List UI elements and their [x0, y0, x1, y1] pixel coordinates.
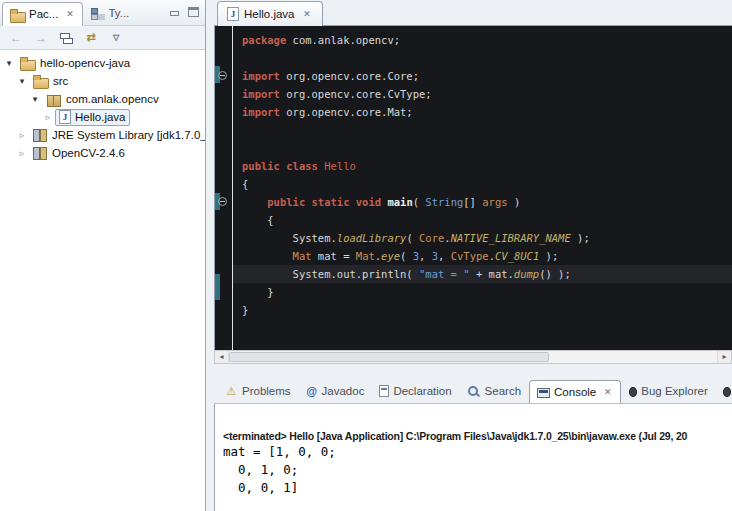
bottom-view-tab-javadoc[interactable]: Javadoc	[299, 379, 372, 403]
code-text	[233, 139, 732, 157]
eclipse-window: { "colors": { "editor_background": "#171…	[0, 0, 732, 511]
expand-arrow-icon[interactable]	[15, 126, 29, 144]
code-text: import org.opencv.core.Core;	[233, 67, 732, 85]
editor-tab-hello-java[interactable]: Hello.java	[217, 1, 323, 26]
java-file-icon	[59, 110, 71, 124]
tree-item-hello-opencv-java[interactable]: hello-opencv-java	[0, 54, 205, 72]
code-text: Mat mat = Mat.eye( 3, 3, CvType.CV_8UC1 …	[233, 247, 732, 265]
problems-icon	[225, 385, 238, 398]
code-text: import org.opencv.core.Mat;	[233, 103, 732, 121]
editor-gutter-cell	[215, 31, 233, 49]
tree-item-src[interactable]: src	[0, 72, 205, 90]
code-text: public static void main( String[] args )	[233, 193, 732, 211]
collapse-arrow-icon[interactable]	[28, 90, 42, 108]
tree-item-label: OpenCV-2.4.6	[52, 147, 125, 159]
close-icon[interactable]	[302, 9, 313, 20]
tree-item-content: com.anlak.opencv	[42, 91, 163, 108]
bottom-view-tab-bug-explorer[interactable]: Bug Explorer	[622, 379, 714, 403]
code-line-6	[215, 121, 732, 139]
tree-item-opencv-2-4-6[interactable]: OpenCV-2.4.6	[0, 144, 205, 162]
bug-icon	[629, 387, 637, 397]
fold-collapse-icon[interactable]	[218, 197, 227, 206]
code-line-15: }	[215, 283, 732, 301]
tab-label: Declaration	[393, 385, 451, 397]
tab-label: Bug Explorer	[641, 385, 707, 397]
view-tab-ty[interactable]: Ty...	[83, 1, 136, 25]
gutter-separator	[232, 26, 233, 350]
library-icon	[33, 146, 48, 160]
bug-icon	[723, 387, 731, 397]
horizontal-scrollbar[interactable]	[214, 350, 732, 364]
collapse-arrow-icon[interactable]	[2, 54, 16, 72]
close-icon[interactable]	[602, 387, 613, 398]
tree-item-content: Hello.java	[55, 109, 130, 126]
code-lines: package com.anlak.opencv;import org.open…	[215, 31, 732, 319]
editor-tabbar: Hello.java	[214, 0, 732, 26]
scrollbar-track[interactable]	[229, 351, 717, 363]
editor-gutter-cell	[215, 121, 233, 139]
console-icon	[537, 388, 550, 398]
code-text: public class Hello	[233, 157, 732, 175]
bottom-view-tab-console[interactable]: Console	[529, 380, 621, 404]
scroll-right-icon[interactable]	[717, 351, 731, 363]
code-text: }	[233, 283, 732, 301]
code-text: System.loadLibrary( Core.NATIVE_LIBRARY_…	[233, 229, 732, 247]
maximize-icon[interactable]	[188, 7, 199, 17]
package-icon	[46, 92, 62, 106]
console-view[interactable]: <terminated> Hello [Java Application] C:…	[214, 404, 732, 511]
console-header: <terminated> Hello [Java Application] C:…	[215, 404, 732, 443]
view-tab-pac[interactable]: Pac...	[2, 2, 83, 26]
explorer-tabs: Pac...Ty...	[2, 0, 136, 25]
console-panel: ProblemsJavadocDeclarationSearchConsoleB…	[214, 378, 732, 511]
forward-arrow-icon: →	[35, 31, 47, 45]
bottom-view-tab-bug[interactable]: Bug	[716, 379, 732, 403]
tree-item-label: Hello.java	[75, 111, 126, 123]
toolbar-button-back-arrow[interactable]: ←	[5, 28, 27, 48]
code-line-9: {	[215, 175, 732, 193]
tree-item-hello-java[interactable]: Hello.java	[0, 108, 205, 126]
declaration-icon	[379, 385, 389, 397]
code-text	[233, 49, 732, 67]
project-tree: hello-opencv-javasrccom.anlak.opencvHell…	[0, 51, 205, 511]
console-output-line: 0, 1, 0;	[223, 461, 732, 479]
toolbar-button-forward-arrow[interactable]: →	[30, 28, 52, 48]
source-folder-icon	[33, 74, 49, 88]
search-icon	[467, 385, 481, 398]
editor-gutter-cell	[215, 49, 233, 67]
expand-arrow-icon[interactable]	[15, 144, 29, 162]
fold-collapse-icon[interactable]	[218, 71, 227, 80]
toolbar-button-view-menu[interactable]: ▽	[105, 28, 127, 48]
library-icon	[33, 128, 48, 142]
code-line-14: System.out.println( "mat = " + mat.dump(…	[215, 265, 732, 283]
scrollbar-thumb[interactable]	[229, 352, 549, 362]
code-line-7	[215, 139, 732, 157]
tree-item-jre-system-library-jdk1-7-0-25[interactable]: JRE System Library [jdk1.7.0_25]	[0, 126, 205, 144]
code-line-5: import org.opencv.core.Mat;	[215, 103, 732, 121]
back-arrow-icon: ←	[10, 31, 22, 45]
console-output: mat = [1, 0, 0; 0, 1, 0; 0, 0, 1]	[215, 443, 732, 497]
tree-item-content: OpenCV-2.4.6	[29, 145, 129, 162]
toolbar-button-link-with-editor[interactable]: ⇄	[80, 28, 102, 48]
bottom-view-tab-problems[interactable]: Problems	[218, 379, 298, 403]
editor-tab-label: Hello.java	[244, 8, 295, 20]
range-indicator	[215, 274, 220, 300]
bottom-view-tab-declaration[interactable]: Declaration	[372, 379, 458, 403]
editor-gutter-cell	[215, 247, 233, 265]
tree-item-com-anlak-opencv[interactable]: com.anlak.opencv	[0, 90, 205, 108]
close-icon[interactable]	[64, 9, 75, 20]
toolbar-button-collapse-all[interactable]	[55, 28, 77, 48]
code-line-13: Mat mat = Mat.eye( 3, 3, CvType.CV_8UC1 …	[215, 247, 732, 265]
bottom-view-tab-search[interactable]: Search	[460, 379, 528, 403]
bottom-view-tabbar: ProblemsJavadocDeclarationSearchConsoleB…	[214, 378, 732, 404]
console-output-line: 0, 0, 1]	[223, 479, 732, 497]
tree-item-content: JRE System Library [jdk1.7.0_25]	[29, 127, 205, 144]
editor-gutter-cell	[215, 103, 233, 121]
code-text: }	[233, 301, 732, 319]
minimize-icon[interactable]	[169, 7, 180, 17]
expand-arrow-icon[interactable]	[41, 108, 55, 126]
code-editor[interactable]: package com.anlak.opencv;import org.open…	[214, 26, 732, 350]
code-text: System.out.println( "mat = " + mat.dump(…	[233, 265, 732, 283]
editor-gutter-cell	[215, 211, 233, 229]
scroll-left-icon[interactable]	[215, 351, 229, 363]
collapse-arrow-icon[interactable]	[15, 72, 29, 90]
